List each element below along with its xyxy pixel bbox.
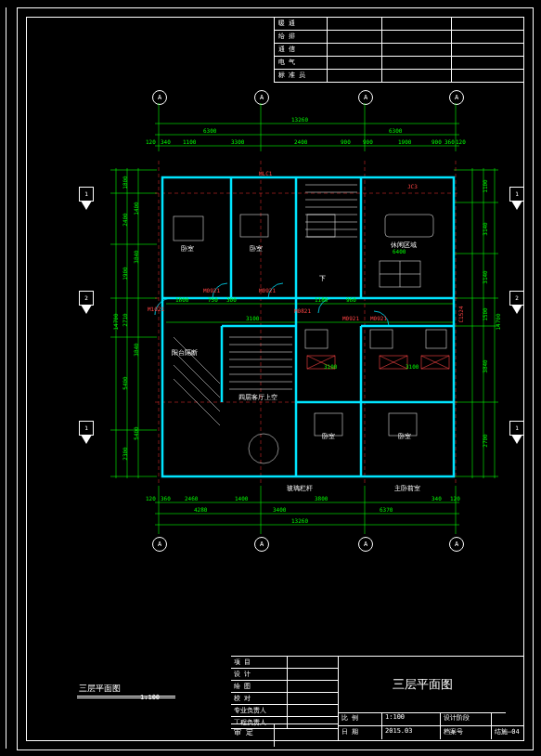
svg-line-70 — [174, 337, 220, 384]
plan-svg — [83, 96, 519, 551]
svg-rect-83 — [305, 330, 328, 348]
svg-rect-58 — [385, 215, 433, 237]
svg-line-73 — [174, 379, 220, 425]
svg-rect-84 — [370, 330, 393, 348]
info-table: 暖 通 给 排 通 信 电 气 标 准 员 — [274, 18, 523, 83]
svg-rect-53 — [174, 216, 203, 241]
svg-rect-85 — [426, 330, 446, 348]
mini-scale: 1:100 — [140, 694, 160, 701]
svg-line-71 — [174, 351, 220, 398]
info-label: 暖 通 — [275, 18, 328, 30]
floor-plan-drawing: A A A A A A A A 1 2 1 1 2 1 — [83, 96, 519, 551]
svg-line-72 — [174, 365, 220, 411]
dim-overall-top: 13260 — [291, 116, 308, 123]
window-tag: MLC1 — [259, 170, 272, 176]
svg-point-82 — [249, 434, 278, 463]
approval-label: 审 定 — [231, 724, 275, 747]
title-block: 项 目 设 计 绘 图 校 对 专业负责人 工程负责人 审 定 三层平面图 比 … — [231, 656, 523, 740]
drawing-number: 结施—04 — [492, 726, 523, 739]
room-label: 卧室 — [181, 244, 194, 254]
mini-drawing-title: 三层平面图 — [79, 683, 121, 695]
door-tag: M0921 — [203, 287, 220, 293]
svg-rect-55 — [307, 215, 335, 237]
svg-rect-54 — [240, 215, 268, 237]
drawing-main-title: 三层平面图 — [338, 657, 506, 713]
